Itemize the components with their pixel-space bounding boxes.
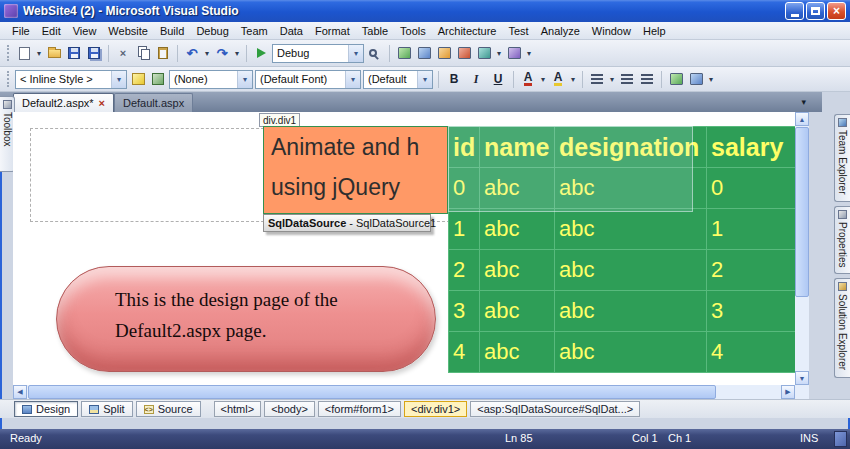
grid-cell[interactable]: abc: [555, 332, 707, 373]
grid-cell[interactable]: abc: [555, 291, 707, 332]
combo-chevron-icon[interactable]: ▾: [348, 45, 363, 62]
grid-cell[interactable]: 1: [449, 209, 480, 250]
menu-help[interactable]: Help: [637, 23, 672, 39]
highlight-color-button[interactable]: A: [549, 69, 567, 89]
grid-cell[interactable]: 2: [449, 250, 480, 291]
redo-chevron-icon[interactable]: ▾: [233, 49, 241, 58]
menu-build[interactable]: Build: [154, 23, 190, 39]
grid-cell[interactable]: abc: [480, 250, 555, 291]
breadcrumb-sqldatasource[interactable]: <asp:SqlDataSource#SqlDat...>: [470, 401, 640, 417]
combo-chevron-icon[interactable]: ▾: [111, 71, 126, 88]
grid-cell[interactable]: 3: [707, 291, 796, 332]
tab-default2-aspx[interactable]: Default2.aspx* ×: [13, 93, 114, 112]
vertical-scroll-thumb[interactable]: [795, 127, 809, 297]
validation-button[interactable]: [667, 69, 685, 89]
css-properties-button[interactable]: [149, 69, 167, 89]
team-explorer-tab[interactable]: Team Explorer: [834, 114, 850, 202]
grid-cell[interactable]: abc: [480, 332, 555, 373]
start-debug-button[interactable]: [252, 43, 270, 63]
other-windows-button[interactable]: [505, 43, 523, 63]
grid-cell[interactable]: 4: [707, 332, 796, 373]
open-file-button[interactable]: [45, 43, 63, 63]
maximize-button[interactable]: [806, 2, 825, 20]
combo-chevron-icon[interactable]: ▾: [237, 71, 252, 88]
resize-grip[interactable]: [834, 431, 847, 447]
grid-cell[interactable]: abc: [555, 168, 707, 209]
scroll-up-icon[interactable]: ▲: [795, 112, 809, 126]
highlight-chevron-icon[interactable]: ▾: [569, 75, 577, 84]
new-file-button[interactable]: [15, 43, 33, 63]
font-size-combo[interactable]: (Default ▾: [363, 70, 433, 89]
grid-cell[interactable]: 4: [449, 332, 480, 373]
windows-chevron-icon[interactable]: ▾: [495, 49, 503, 58]
menu-view[interactable]: View: [67, 23, 103, 39]
source-view-button[interactable]: <> Source: [136, 401, 201, 417]
close-button[interactable]: ×: [827, 2, 846, 20]
alignment-button[interactable]: [588, 69, 606, 89]
bullet-list-button[interactable]: [638, 69, 656, 89]
grid-cell[interactable]: 2: [707, 250, 796, 291]
team-explorer-button[interactable]: [415, 43, 433, 63]
redo-button[interactable]: ↷: [213, 43, 231, 63]
solution-configurations-combo[interactable]: Debug ▾: [272, 44, 364, 63]
solution-explorer-button[interactable]: [395, 43, 413, 63]
menu-website[interactable]: Website: [102, 23, 154, 39]
scroll-down-icon[interactable]: ▼: [795, 371, 809, 385]
grid-cell[interactable]: abc: [480, 209, 555, 250]
split-view-button[interactable]: Split: [81, 401, 132, 417]
font-color-button[interactable]: A: [519, 69, 537, 89]
menu-team[interactable]: Team: [235, 23, 274, 39]
grid-cell[interactable]: abc: [555, 209, 707, 250]
breadcrumb-div[interactable]: <div.div1>: [404, 401, 467, 417]
tab-list-chevron-icon[interactable]: ▾: [801, 97, 806, 107]
jquery-banner-div[interactable]: Animate and h using jQuery: [263, 126, 448, 214]
italic-button[interactable]: I: [466, 69, 486, 89]
toolbar-grip[interactable]: [7, 45, 10, 61]
breadcrumb-html[interactable]: <html>: [214, 401, 262, 417]
grid-cell[interactable]: abc: [555, 250, 707, 291]
numbered-list-button[interactable]: [618, 69, 636, 89]
combo-chevron-icon[interactable]: ▾: [417, 71, 432, 88]
undo-chevron-icon[interactable]: ▾: [203, 49, 211, 58]
menu-architecture[interactable]: Architecture: [432, 23, 503, 39]
menu-edit[interactable]: Edit: [36, 23, 67, 39]
grid-cell[interactable]: 0: [449, 168, 480, 209]
grid-cell[interactable]: 1: [707, 209, 796, 250]
menu-analyze[interactable]: Analyze: [535, 23, 586, 39]
cut-button[interactable]: ×: [114, 43, 132, 63]
note-shape[interactable]: This is the design page of the Default2.…: [56, 266, 436, 372]
menu-format[interactable]: Format: [309, 23, 356, 39]
menu-debug[interactable]: Debug: [190, 23, 234, 39]
horizontal-scrollbar[interactable]: ◀ ▶: [13, 385, 795, 399]
toolbar-options-chevron-icon[interactable]: ▾: [525, 49, 533, 58]
vertical-scrollbar[interactable]: ▲ ▼: [795, 112, 809, 385]
grid-header[interactable]: designation: [555, 127, 707, 168]
breadcrumb-body[interactable]: <body>: [264, 401, 315, 417]
menu-window[interactable]: Window: [586, 23, 637, 39]
grid-header[interactable]: name: [480, 127, 555, 168]
grid-cell[interactable]: abc: [480, 168, 555, 209]
grid-cell[interactable]: abc: [480, 291, 555, 332]
save-button[interactable]: [65, 43, 83, 63]
font-family-combo[interactable]: (Default Font) ▾: [255, 70, 361, 89]
style-application-button[interactable]: [129, 69, 147, 89]
minimize-button[interactable]: [785, 2, 804, 20]
scroll-right-icon[interactable]: ▶: [781, 385, 795, 399]
grid-header[interactable]: id: [449, 127, 480, 168]
toolbar-options-chevron-icon[interactable]: ▾: [707, 75, 715, 84]
undo-button[interactable]: ↶: [183, 43, 201, 63]
find-button[interactable]: [366, 43, 384, 63]
menu-data[interactable]: Data: [274, 23, 309, 39]
font-color-chevron-icon[interactable]: ▾: [539, 75, 547, 84]
grid-header[interactable]: salary: [707, 127, 796, 168]
gridview-control[interactable]: id name designation salary 0 abc abc 0 1…: [448, 126, 795, 373]
solution-explorer-tab[interactable]: Solution Explorer: [834, 278, 850, 378]
save-all-button[interactable]: [85, 43, 103, 63]
new-file-chevron-icon[interactable]: ▾: [35, 49, 43, 58]
grid-cell[interactable]: 3: [449, 291, 480, 332]
target-rule-combo[interactable]: < Inline Style > ▾: [15, 70, 127, 89]
close-tab-icon[interactable]: ×: [99, 97, 105, 109]
properties-window-button[interactable]: [435, 43, 453, 63]
design-view-button[interactable]: Design: [14, 401, 78, 417]
alignment-chevron-icon[interactable]: ▾: [608, 75, 616, 84]
